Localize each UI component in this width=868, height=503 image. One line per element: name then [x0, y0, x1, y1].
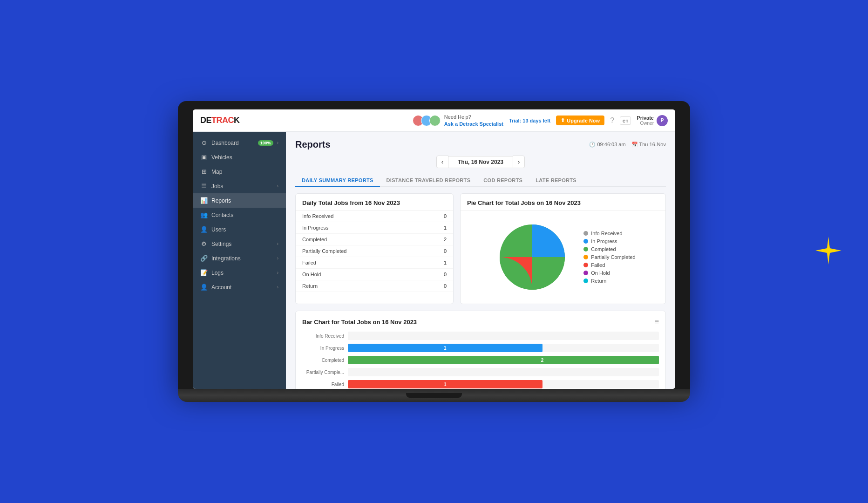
bar-track: 1	[348, 380, 659, 388]
chevron-icon: ›	[277, 184, 278, 189]
legend-dot	[583, 239, 588, 244]
sidebar-item-contacts[interactable]: 👥 Contacts	[193, 208, 286, 222]
logs-icon: 📝	[200, 269, 208, 276]
legend-item: Info Received	[583, 231, 635, 236]
sidebar-item-integrations[interactable]: 🔗 Integrations ›	[193, 251, 286, 265]
bar-value: 1	[442, 382, 448, 387]
contacts-icon: 👥	[200, 211, 208, 218]
language-selector[interactable]: en	[620, 116, 631, 125]
logo: DETRACK	[200, 116, 240, 125]
sidebar-item-users[interactable]: 👤 Users	[193, 222, 286, 237]
user-role: Private	[637, 115, 654, 121]
bar-value: 2	[539, 358, 546, 363]
charts-row: Daily Total Jobs from 16 Nov 2023 Info R…	[295, 193, 666, 304]
bar-fill: 1	[348, 344, 542, 352]
trial-badge: Trial: 13 days left	[509, 118, 550, 123]
tab-late[interactable]: LATE REPORTS	[529, 175, 583, 187]
bar-track: 2	[348, 356, 659, 364]
legend-item: Failed	[583, 262, 635, 268]
user-menu[interactable]: Private Owner P	[637, 115, 668, 126]
app-header: DETRACK Need Help? Ask a Detrack Spec	[193, 109, 675, 132]
bar-label: Failed	[302, 382, 344, 387]
legend-item: Return	[583, 278, 635, 284]
users-icon: 👤	[200, 226, 208, 233]
settings-icon: ⚙	[200, 240, 208, 247]
help-section: Need Help? Ask a Detrack Specialist	[413, 114, 503, 127]
user-sub: Owner	[637, 121, 654, 126]
bar-track: 1	[348, 344, 659, 352]
bar-row: Partially Comple...	[302, 368, 659, 376]
bar-track	[348, 332, 659, 340]
daily-total-card: Daily Total Jobs from 16 Nov 2023 Info R…	[295, 193, 454, 304]
account-icon: 👤	[200, 284, 208, 291]
bar-chart-title: Bar Chart for Total Jobs on 16 Nov 2023	[302, 319, 417, 326]
pie-chart-svg	[490, 215, 574, 299]
pie-chart-container: Info ReceivedIn ProgressCompletedPartial…	[461, 211, 665, 304]
jobs-icon: ☰	[200, 183, 208, 190]
star-decoration	[812, 234, 845, 269]
chevron-icon: ›	[277, 270, 278, 275]
support-avatars	[413, 115, 441, 126]
legend-dot	[583, 255, 588, 259]
tab-cod[interactable]: COD REPORTS	[477, 175, 529, 187]
jobs-table: Info Received0In Progress1Completed2Part…	[296, 211, 453, 292]
legend-item: Partially Completed	[583, 254, 635, 260]
avatar-3	[429, 115, 441, 126]
bar-chart-area: Info Received In Progress 1 Completed 2 …	[302, 332, 659, 389]
help-icon[interactable]: ?	[610, 116, 614, 125]
table-row: In Progress1	[296, 222, 453, 234]
page-title: Reports	[295, 139, 331, 150]
sidebar-item-settings[interactable]: ⚙ Settings ›	[193, 237, 286, 251]
help-text: Need Help? Ask a Detrack Specialist	[444, 114, 503, 127]
date-label: Thu, 16 Nov 2023	[448, 156, 513, 168]
sidebar-item-account[interactable]: 👤 Account ›	[193, 280, 286, 294]
legend-item: On Hold	[583, 270, 635, 276]
tab-daily-summary[interactable]: DAILY SUMMARY REPORTS	[295, 175, 380, 187]
pie-slice-inprogress	[532, 224, 565, 257]
bar-label: In Progress	[302, 346, 344, 351]
chevron-icon: ›	[277, 241, 278, 246]
tab-distance[interactable]: DISTANCE TRAVELED REPORTS	[380, 175, 477, 187]
sidebar-item-map[interactable]: ⊞ Map	[193, 164, 286, 179]
table-row: Completed2	[296, 234, 453, 245]
legend-item: Completed	[583, 246, 635, 252]
legend-item: In Progress	[583, 238, 635, 244]
upgrade-button[interactable]: ⬆ Upgrade Now	[556, 116, 604, 125]
bar-value: 1	[442, 346, 448, 351]
header-right: Need Help? Ask a Detrack Specialist Tria…	[413, 114, 668, 127]
bar-label: Completed	[302, 358, 344, 363]
table-row: Partially Completed0	[296, 245, 453, 257]
sidebar: ⊙ Dashboard 100% › ▣ Vehicles ⊞ Map	[193, 132, 286, 389]
bar-row: Failed 1	[302, 380, 659, 388]
bar-track	[348, 368, 659, 376]
sidebar-item-reports[interactable]: 📊 Reports	[193, 193, 286, 208]
pie-chart-card: Pie Chart for Total Jobs on 16 Nov 2023	[460, 193, 666, 304]
legend-dot	[583, 263, 588, 267]
legend-dot	[583, 247, 588, 252]
pie-legend: Info ReceivedIn ProgressCompletedPartial…	[583, 231, 635, 284]
dashboard-icon: ⊙	[200, 139, 208, 146]
prev-date-button[interactable]: ‹	[436, 156, 448, 168]
sidebar-item-jobs[interactable]: ☰ Jobs ›	[193, 179, 286, 193]
page-meta: 🕐 09:46:03 am 📅 Thu 16-Nov	[589, 142, 666, 148]
current-date: 📅 Thu 16-Nov	[631, 142, 666, 148]
table-row: Return0	[296, 280, 453, 292]
sidebar-item-dashboard[interactable]: ⊙ Dashboard 100% ›	[193, 136, 286, 150]
sidebar-item-vehicles[interactable]: ▣ Vehicles	[193, 150, 286, 164]
bar-fill: 2	[348, 356, 659, 364]
table-row: Failed1	[296, 257, 453, 269]
table-row: On Hold0	[296, 269, 453, 280]
bar-label: Partially Comple...	[302, 370, 344, 375]
vehicles-icon: ▣	[200, 154, 208, 161]
bar-row: Completed 2	[302, 356, 659, 364]
help-link[interactable]: Ask a Detrack Specialist	[444, 121, 503, 127]
user-avatar: P	[657, 115, 668, 126]
report-tabs: DAILY SUMMARY REPORTS DISTANCE TRAVELED …	[295, 175, 666, 187]
next-date-button[interactable]: ›	[513, 156, 525, 168]
bar-chart-menu[interactable]: ≡	[655, 318, 659, 326]
sidebar-item-logs[interactable]: 📝 Logs ›	[193, 265, 286, 280]
chevron-icon: ›	[277, 140, 278, 145]
chevron-icon: ›	[277, 256, 278, 261]
legend-dot	[583, 271, 588, 275]
daily-total-title: Daily Total Jobs from 16 Nov 2023	[296, 194, 453, 211]
